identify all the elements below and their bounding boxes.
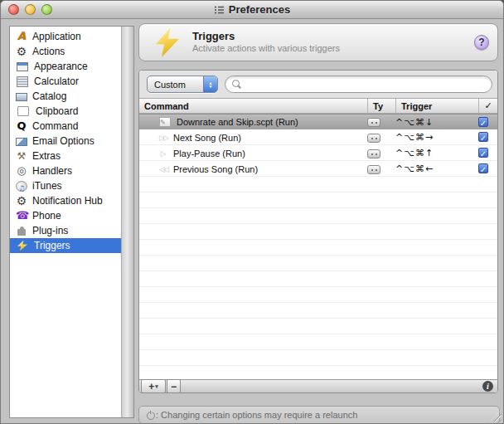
itunes-icon <box>16 181 27 192</box>
command-label: Previous Song (Run) <box>173 164 258 174</box>
sidebar-item-label: Extras <box>32 150 61 162</box>
preference-panes-sidebar: Application Actions Appearance Calculato… <box>9 26 134 418</box>
column-header-command[interactable]: Command <box>139 99 367 113</box>
triggers-table-container: Custom ▲▼ Command Ty Trigger ✓ Downrate … <box>138 70 498 393</box>
table-row[interactable]: Play-Pause (Run) ^⌥⌘↑ <box>139 145 497 161</box>
sidebar-item[interactable]: Application <box>10 29 121 44</box>
pane-subtitle: Activate actions with various triggers <box>192 43 463 55</box>
appearance-icon <box>17 62 28 71</box>
hotkey-icon <box>367 149 380 158</box>
window-title: Preferences <box>229 3 290 16</box>
clipboard-icon <box>17 106 29 116</box>
notification-hub-icon <box>16 195 27 207</box>
sidebar-item-label: Notification Hub <box>32 195 103 207</box>
catalog-icon <box>16 93 27 101</box>
info-button[interactable]: i <box>482 381 493 392</box>
sidebar-item[interactable]: Clipboard <box>10 104 121 119</box>
sidebar-item-label: Clipboard <box>36 105 78 117</box>
filter-toolbar: Custom ▲▼ <box>139 71 497 99</box>
trigger-shortcut: ^⌥⌘↓ <box>395 117 478 128</box>
sidebar-item-label: iTunes <box>32 180 62 192</box>
sidebar-item[interactable]: Extras <box>10 149 121 163</box>
sidebar-item[interactable]: Actions <box>10 44 121 59</box>
sidebar-item[interactable]: Appearance <box>10 59 121 74</box>
rewind-icon <box>158 163 169 175</box>
sidebar-item[interactable]: Plug-ins <box>10 223 121 238</box>
sidebar-item-label: Triggers <box>34 240 70 251</box>
add-button-label: + <box>148 382 154 392</box>
column-header-enabled[interactable]: ✓ <box>478 99 497 113</box>
sidebar-item-label: Handlers <box>32 165 72 177</box>
table-row[interactable]: Next Song (Run) ^⌥⌘→ <box>139 129 497 145</box>
email-options-icon <box>16 138 27 146</box>
table-body: Downrate and Skip.scpt (Run) ^⌥⌘↓ Next S… <box>139 114 497 379</box>
sidebar-item[interactable]: Email Options <box>10 134 121 149</box>
preferences-list-icon <box>214 5 225 15</box>
sidebar-item[interactable]: Triggers <box>10 238 121 253</box>
plugins-icon <box>16 225 27 236</box>
script-icon <box>159 117 171 127</box>
actions-icon <box>16 46 27 57</box>
sidebar-scrollbar[interactable] <box>121 27 133 417</box>
table-footer: +▾ − i <box>139 379 497 392</box>
sidebar-list: Application Actions Appearance Calculato… <box>10 27 121 417</box>
pane-header: Triggers Activate actions with various t… <box>138 23 498 61</box>
sidebar-item-label: Actions <box>32 46 65 57</box>
sidebar-item[interactable]: Phone <box>10 208 121 223</box>
sidebar-item-label: Appearance <box>34 61 88 72</box>
fast-forward-icon <box>158 132 169 144</box>
filter-popup-button[interactable]: Custom ▲▼ <box>147 76 218 93</box>
sidebar-item[interactable]: Calculator <box>10 74 121 89</box>
sidebar-item[interactable]: Handlers <box>10 163 121 178</box>
table-row[interactable]: Downrate and Skip.scpt (Run) ^⌥⌘↓ <box>139 114 497 129</box>
column-header-trigger[interactable]: Trigger <box>395 99 478 113</box>
power-icon <box>147 411 155 419</box>
pane-title: Triggers <box>192 30 463 43</box>
triggers-icon <box>17 241 28 251</box>
sidebar-item[interactable]: iTunes <box>10 178 121 193</box>
close-button[interactable] <box>8 4 19 15</box>
filter-popup-value: Custom <box>148 80 203 90</box>
table-header: Command Ty Trigger ✓ <box>139 99 497 114</box>
table-row[interactable]: Previous Song (Run) ^⌥⌘← <box>139 161 497 177</box>
trigger-shortcut: ^⌥⌘↑ <box>395 148 478 158</box>
application-icon <box>16 31 27 42</box>
title-bar[interactable]: Preferences <box>1 1 503 19</box>
handlers-icon <box>16 165 27 177</box>
preferences-window: Preferences Application Actions Appearan… <box>0 0 504 424</box>
phone-icon <box>16 210 27 222</box>
enabled-checkbox[interactable] <box>478 132 488 142</box>
extras-icon <box>16 150 27 162</box>
column-header-type[interactable]: Ty <box>367 99 395 113</box>
command-icon <box>16 120 27 132</box>
trigger-shortcut: ^⌥⌘→ <box>395 132 478 143</box>
minimize-button[interactable] <box>25 4 36 15</box>
remove-trigger-button[interactable]: − <box>167 379 181 393</box>
add-dropdown-caret-icon: ▾ <box>155 383 158 389</box>
sidebar-item[interactable]: Notification Hub <box>10 193 121 208</box>
enabled-checkbox[interactable] <box>478 117 488 127</box>
search-field[interactable] <box>225 76 492 93</box>
calculator-icon <box>17 76 28 87</box>
sidebar-item-label: Calculator <box>34 76 79 87</box>
search-input[interactable] <box>242 78 492 91</box>
sidebar-item[interactable]: Command <box>10 119 121 134</box>
zoom-button[interactable] <box>41 4 52 15</box>
window-controls <box>8 4 52 15</box>
add-trigger-button[interactable]: +▾ <box>141 379 166 393</box>
search-icon <box>231 79 242 90</box>
enabled-checkbox[interactable] <box>478 163 488 173</box>
sidebar-item[interactable]: Catalog <box>10 89 121 104</box>
command-label: Next Song (Run) <box>173 133 241 143</box>
lightning-bolt-icon <box>154 27 181 57</box>
window-title-group: Preferences <box>214 3 290 16</box>
help-button[interactable]: ? <box>474 35 489 50</box>
sidebar-item-label: Command <box>32 120 78 132</box>
sidebar-item-label: Application <box>32 31 81 42</box>
status-bar: : Changing certain options may require a… <box>138 406 500 424</box>
hotkey-icon <box>367 134 380 143</box>
play-icon <box>158 148 169 159</box>
popup-arrows-icon: ▲▼ <box>203 76 217 92</box>
sidebar-item-label: Phone <box>32 210 61 222</box>
enabled-checkbox[interactable] <box>478 148 488 158</box>
